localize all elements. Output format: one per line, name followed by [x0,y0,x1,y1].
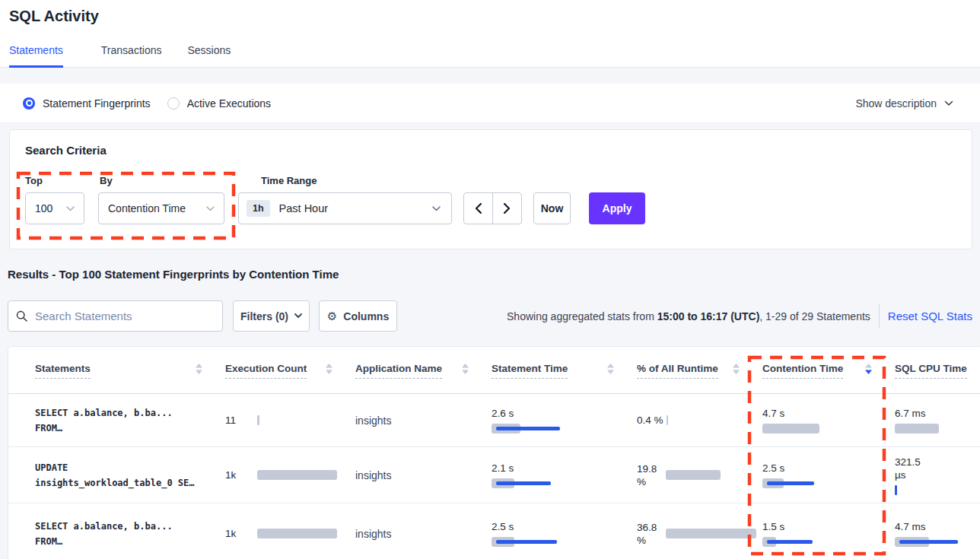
by-select[interactable]: Contention Time [98,192,224,224]
radio-selected-icon [23,97,35,110]
statement-cell[interactable]: SELECT a.balance, b.ba...FROM… [35,405,225,436]
column-label: Statement Time [492,363,568,379]
app-header: SQL Activity Statements Transactions Ses… [0,0,980,68]
sort-icon[interactable] [607,364,614,374]
tab-statements[interactable]: Statements [9,44,63,68]
chevron-down-icon [294,313,302,319]
column-header-application-name[interactable]: Application Name [355,363,492,393]
radio-statement-fingerprints[interactable]: Statement Fingerprints [23,97,151,110]
now-button[interactable]: Now [533,192,571,224]
sql-text: FROM… [35,421,225,436]
statement-time-cell: 2.5 s [492,520,637,547]
metric-bar [257,415,355,425]
metric-value: 19.8% [637,462,663,488]
top-label: Top [25,175,43,186]
statement-cell[interactable]: SELECT a.balance, b.ba...FROM… [35,519,225,549]
column-label: Statements [35,363,91,379]
metric-bar [895,537,980,547]
filters-button-label: Filters (0) [240,310,288,322]
time-range-select[interactable]: 1h Past Hour [238,192,452,224]
metric-value: 2.5 s [762,462,895,475]
columns-button[interactable]: ⚙ Columns [319,300,397,332]
time-range-label: Time Range [261,175,317,186]
apply-button[interactable]: Apply [589,192,645,224]
sort-icon[interactable] [326,364,332,374]
metric-value: 0.4 % [637,414,663,427]
metric-bar [257,529,355,538]
column-header-statements[interactable]: Statements [35,363,225,393]
reset-sql-stats-link[interactable]: Reset SQL Stats [888,310,972,322]
table-row[interactable]: UPDATEinsights_workload_table_0 SE…1kins… [8,447,980,503]
search-criteria-card: Search Criteria Top By Time Range 100 Co… [9,129,972,249]
search-criteria-heading: Search Criteria [25,144,107,157]
table-row[interactable]: SELECT a.balance, b.ba...FROM…11insights… [8,394,980,447]
column-header-contention-time[interactable]: Contention Time [762,363,895,393]
statement-cell[interactable]: UPDATEinsights_workload_table_0 SE… [35,460,225,491]
metric-value: 1k [225,527,254,540]
results-toolbar: Filters (0) ⚙ Columns Showing aggregated… [8,300,972,332]
statement-time-cell: 2.6 s [492,407,637,434]
column-header-statement-time[interactable]: Statement Time [492,363,637,393]
time-prev-button[interactable] [464,193,493,224]
time-next-button[interactable] [493,193,522,224]
metric-bar [667,415,762,425]
column-label: Application Name [355,363,442,379]
top-select-value: 100 [35,202,52,214]
column-label: Execution Count [225,363,307,379]
sql-cpu-time-cell: 6.7 ms [895,407,980,434]
time-range-value: Past Hour [279,202,432,214]
sort-icon[interactable] [462,364,469,374]
tab-bar: Statements Transactions Sessions [9,44,256,68]
metric-bar [666,529,762,538]
now-button-label: Now [541,202,564,214]
columns-button-label: Columns [343,310,389,322]
pct-runtime-cell: 19.8% [637,462,762,488]
by-select-value: Contention Time [108,202,186,214]
sql-cpu-time-cell: 4.7 ms [895,520,980,547]
application-name-cell: insights [355,414,492,427]
metric-bar [895,424,980,434]
apply-button-label: Apply [603,202,632,214]
time-range-badge: 1h [247,200,270,217]
tab-sessions[interactable]: Sessions [187,44,231,68]
metric-bar [762,537,863,547]
results-heading: Results - Top 100 Statement Fingerprints… [8,268,339,281]
filters-button[interactable]: Filters (0) [233,300,310,332]
sql-cpu-time-cell: 321.5µs [895,456,980,495]
chevron-down-icon [432,206,441,211]
metric-bar [666,470,762,480]
sort-icon[interactable] [196,364,202,374]
column-header--of-all-runtime[interactable]: % of All Runtime [637,363,762,393]
show-description-toggle[interactable]: Show description [855,97,953,110]
table-row[interactable]: SELECT a.balance, b.ba...FROM…1kinsights… [8,503,980,559]
metric-value: 36.8% [637,521,663,547]
sql-text: FROM… [35,534,225,549]
execution-count-cell: 1k [225,527,355,540]
column-label: Contention Time [762,363,843,379]
column-header-sql-cpu-time[interactable]: SQL CPU Time [895,363,980,393]
metric-value: 321.5µs [895,456,980,481]
column-label: SQL CPU Time [895,363,967,379]
column-header-execution-count[interactable]: Execution Count [225,363,355,393]
sort-icon[interactable] [865,364,872,374]
sort-icon[interactable] [733,364,740,374]
chevron-down-icon [944,100,953,106]
tab-transactions[interactable]: Transactions [101,44,162,68]
gear-icon: ⚙ [327,310,337,323]
application-name-cell: insights [355,469,492,481]
metric-value: 2.6 s [492,407,637,420]
contention-time-cell: 4.7 s [762,407,895,434]
radio-active-executions[interactable]: Active Executions [167,97,272,110]
toolbar-divider [879,304,880,329]
sql-text: SELECT a.balance, b.ba... [35,405,225,421]
metric-bar [492,424,592,434]
metric-value: 2.1 s [492,462,637,475]
radio-unselected-icon [167,97,180,110]
search-input[interactable] [33,309,215,323]
top-select[interactable]: 100 [25,192,84,224]
metric-value: 4.7 s [762,407,895,420]
table-body: SELECT a.balance, b.ba...FROM…11insights… [8,394,980,559]
execution-count-cell: 1k [225,468,355,481]
pct-runtime-cell: 36.8% [637,521,762,547]
metric-value: 2.5 s [492,520,637,533]
